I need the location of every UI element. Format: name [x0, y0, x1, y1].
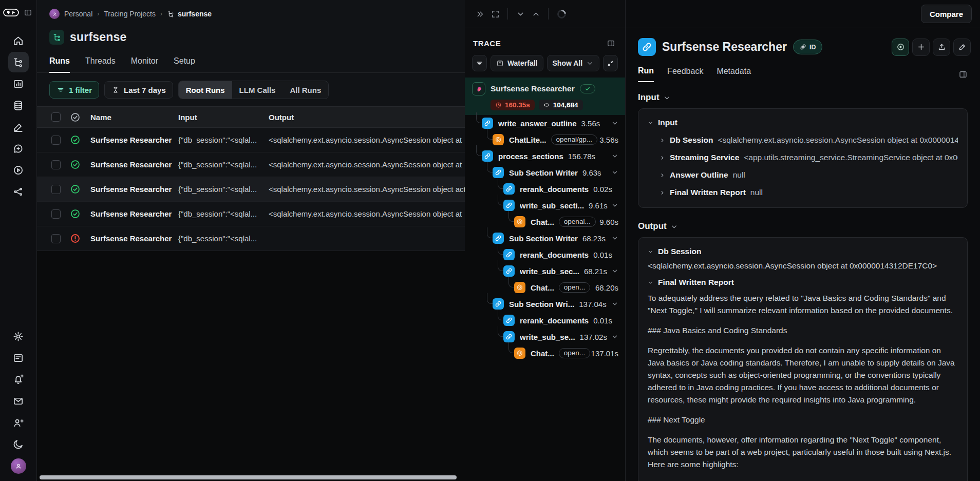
trace-tree-row[interactable]: Sub Section Writer68.23s [465, 230, 625, 246]
waterfall-button[interactable]: Waterfall [491, 55, 543, 71]
input-section-toggle[interactable]: Input [638, 92, 968, 103]
input-field-row[interactable]: Db Session<sqlalchemy.ext.asyncio.sessio… [648, 131, 958, 149]
tree-node-duration: 3.56s [599, 136, 618, 144]
compare-button[interactable]: Compare [921, 5, 972, 23]
tab-setup[interactable]: Setup [174, 56, 195, 72]
select-all-checkbox[interactable] [51, 112, 61, 122]
row-checkbox[interactable] [51, 160, 61, 169]
user-avatar[interactable] [11, 458, 26, 474]
breadcrumb-item-personal[interactable]: Personal [64, 10, 92, 18]
segment-all-runs[interactable]: All Runs [282, 81, 328, 99]
chain-icon [493, 233, 504, 244]
chevron-down-icon[interactable] [611, 235, 618, 242]
chevron-down-icon[interactable] [611, 120, 618, 127]
sidebar-item-docs[interactable] [8, 348, 29, 368]
prev-run-chevron-icon[interactable] [513, 6, 528, 22]
sidebar-item-prompts[interactable] [8, 138, 29, 159]
sidebar-item-datasets[interactable] [8, 95, 29, 116]
segment-root-runs[interactable]: Root Runs [179, 81, 232, 99]
success-badge [580, 84, 595, 93]
sidebar-item-annotation-queues[interactable] [8, 117, 29, 137]
chevron-down-icon[interactable] [611, 267, 618, 275]
trace-tree-row[interactable]: Sub Section Writer9.63s [465, 164, 625, 181]
trace-tree-row[interactable]: rerank_documents0.02s [465, 181, 625, 197]
trace-root-run[interactable]: Surfsense Researcher160.35s104,684 [465, 78, 625, 115]
breadcrumb-avatar [49, 9, 60, 19]
input-field-row[interactable]: Answer Outlinenull [648, 166, 958, 184]
horizontal-scrollbar[interactable] [40, 475, 457, 479]
detail-tab-run[interactable]: Run [638, 66, 654, 82]
tab-monitor[interactable]: Monitor [131, 56, 158, 72]
chevron-down-icon[interactable] [611, 202, 618, 209]
next-run-chevron-icon[interactable] [528, 6, 543, 22]
trace-tree-row[interactable]: write_sub_sec...68.21s [465, 263, 625, 279]
tab-runs[interactable]: Runs [49, 56, 70, 73]
collapse-all-button[interactable] [603, 55, 618, 71]
input-root-row[interactable]: Input [648, 114, 958, 131]
chevron-down-icon[interactable] [611, 333, 618, 340]
sidebar-item-invite-members[interactable] [8, 412, 29, 433]
output-paragraph: ### Next Toggle [648, 414, 958, 426]
detail-tab-metadata[interactable]: Metadata [717, 67, 751, 82]
run-name-cell: Surfsense Researcher [90, 234, 178, 243]
date-range-button[interactable]: Last 7 days [104, 81, 173, 99]
trace-tree-row[interactable]: write_sub_se...137.02s [465, 329, 625, 345]
row-checkbox[interactable] [51, 136, 61, 145]
sidebar-item-contact[interactable] [8, 391, 29, 411]
open-in-playground-button[interactable] [892, 39, 909, 56]
input-field-row[interactable]: Final Written Reportnull [648, 184, 958, 201]
chevron-right-icon [659, 172, 665, 178]
sidebar-item-settings[interactable] [8, 326, 29, 347]
detail-tab-feedback[interactable]: Feedback [667, 67, 703, 82]
run-id-pill[interactable]: ID [793, 40, 823, 54]
row-checkbox[interactable] [51, 209, 61, 219]
sidebar-item-home[interactable] [8, 30, 29, 51]
table-row[interactable]: Surfsense Researcher{"db_session":"<sqla… [37, 226, 465, 251]
output-field-key: Final Written Report [658, 278, 734, 287]
table-row[interactable]: Surfsense Researcher{"db_session":"<sqla… [37, 128, 465, 152]
chevron-down-icon[interactable] [611, 152, 618, 160]
table-row[interactable]: Surfsense Researcher{"db_session":"<sqla… [37, 152, 465, 177]
trace-tree-row[interactable]: rerank_documents0.01s [465, 312, 625, 329]
segment-llm-calls[interactable]: LLM Calls [232, 81, 283, 99]
table-row[interactable]: Surfsense Researcher{"db_session":"<sqla… [37, 202, 465, 226]
trace-tree-row[interactable]: rerank_documents0.01s [465, 246, 625, 263]
filter-button[interactable]: 1 filter [49, 81, 99, 99]
edit-button[interactable] [953, 39, 971, 56]
sidebar-item-tracing-projects[interactable] [8, 52, 29, 72]
sidebar-item-monitoring[interactable] [8, 73, 29, 94]
sidebar-item-playground[interactable] [8, 160, 29, 180]
output-field-toggle[interactable]: Db Session [648, 247, 958, 256]
output-field-toggle[interactable]: Final Written Report [648, 278, 958, 287]
chevron-down-icon[interactable] [611, 300, 618, 307]
chevron-down-icon[interactable] [611, 169, 618, 176]
share-button[interactable] [933, 39, 950, 56]
collapse-panel-icon[interactable] [472, 6, 487, 22]
tree-node-name: rerank_documents [520, 251, 589, 259]
breadcrumb-item-tracing-projects[interactable]: Tracing Projects [104, 10, 156, 18]
row-checkbox[interactable] [51, 234, 61, 243]
input-field-row[interactable]: Streaming Service<app.utils.streaming_se… [648, 149, 958, 166]
panel-layout-icon[interactable] [958, 70, 968, 79]
breadcrumb-item-surfsense[interactable]: surfsense [167, 10, 212, 18]
sidebar-item-notifications[interactable] [8, 369, 29, 390]
expand-fullscreen-icon[interactable] [487, 6, 503, 22]
trace-tree-row[interactable]: Sub Section Wri...137.04s [465, 296, 625, 312]
table-row[interactable]: Surfsense Researcher{"db_session":"<sqla… [37, 177, 465, 202]
trace-tree-row[interactable]: ChatLite...openai/gp...3.56s [465, 131, 625, 148]
tree-connector [487, 162, 493, 172]
sidebar-nav-top [8, 29, 29, 203]
trace-tree-row[interactable]: write_sub_secti...9.61s [465, 197, 625, 214]
sidebar-collapse-icon[interactable] [22, 7, 33, 18]
tab-threads[interactable]: Threads [85, 56, 116, 72]
panel-layout-icon[interactable] [605, 37, 617, 49]
sidebar-item-dark-mode[interactable] [8, 434, 29, 454]
duration-badge: 160.35s [491, 100, 535, 110]
add-to-dataset-button[interactable] [912, 39, 930, 56]
sidebar-item-deployments[interactable] [8, 181, 29, 202]
trace-filter-button[interactable] [472, 55, 487, 71]
trace-tree-row[interactable]: Chat...open...137.01s [465, 345, 625, 361]
show-all-dropdown[interactable]: Show All [547, 55, 600, 71]
output-section-toggle[interactable]: Output [638, 221, 968, 232]
row-checkbox[interactable] [51, 185, 61, 194]
